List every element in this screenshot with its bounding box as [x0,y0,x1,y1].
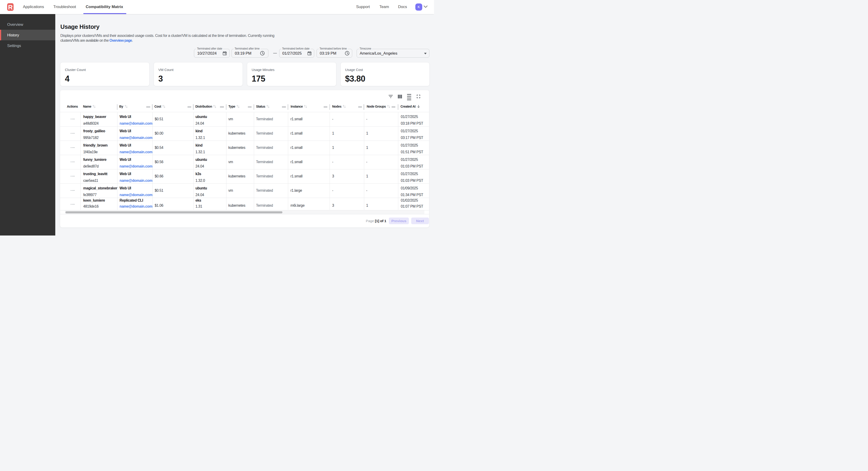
svg-text:R: R [8,3,13,10]
